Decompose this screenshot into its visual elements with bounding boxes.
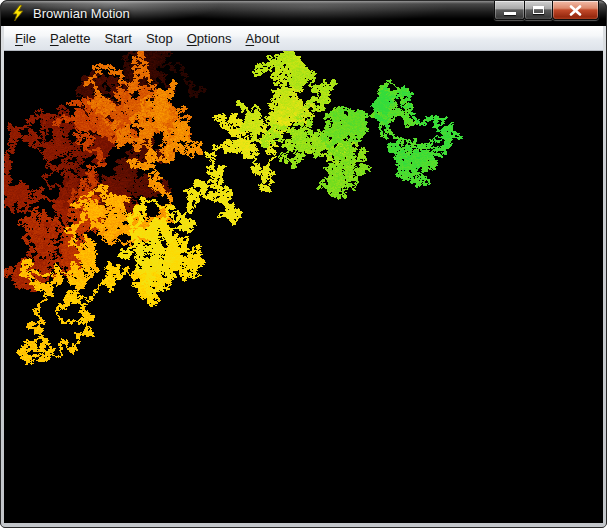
maximize-icon [533,6,544,14]
menu-item-palette[interactable]: Palette [43,28,97,49]
close-icon [569,5,582,16]
window-title: Brownian Motion [33,6,130,21]
title-bar[interactable]: Brownian Motion [1,1,606,26]
app-window: Brownian Motion FilePaletteStartStopOpti… [0,0,607,528]
menu-item-options[interactable]: Options [180,28,239,49]
menu-item-about[interactable]: About [239,28,287,49]
minimize-icon [504,12,516,15]
lightning-bolt-icon [10,5,26,21]
window-controls [495,1,599,20]
client-area [4,51,603,523]
minimize-button[interactable] [494,1,525,20]
menu-item-stop[interactable]: Stop [139,28,180,49]
menu-bar: FilePaletteStartStopOptionsAbout [4,26,603,51]
window-frame: FilePaletteStartStopOptionsAbout [1,26,606,527]
menu-item-start[interactable]: Start [97,28,138,49]
close-button[interactable] [552,1,599,20]
menu-item-file[interactable]: File [8,28,43,49]
brownian-motion-canvas [4,51,603,523]
maximize-button[interactable] [524,1,553,20]
